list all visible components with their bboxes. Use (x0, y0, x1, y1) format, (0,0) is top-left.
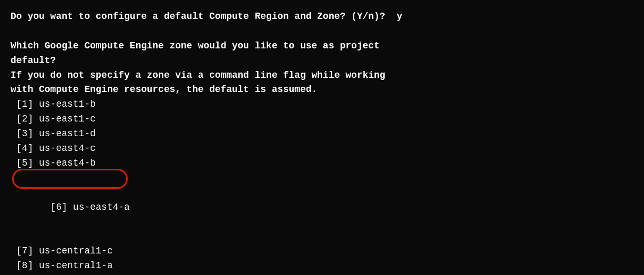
line-11: [5] us-east4-b (11, 156, 633, 171)
line-12: [6] us-east4-a (11, 171, 633, 244)
line-6: with Compute Engine resources, the defau… (11, 83, 633, 97)
line-9: [3] us-east1-d (11, 127, 633, 141)
line-5: If you do not specify a zone via a comma… (11, 68, 633, 83)
line-4: default? (11, 54, 633, 68)
line-8: [2] us-east1-c (11, 112, 633, 127)
line-10: [4] us-east4-c (11, 141, 633, 156)
circle-highlight (12, 169, 128, 189)
line-7: [1] us-east1-b (11, 97, 633, 112)
zone-6-text: [6] us-east4-a (50, 202, 130, 212)
line-2 (11, 24, 633, 39)
line-13: [7] us-central1-c (11, 244, 633, 259)
line-14: [8] us-central1-a (11, 259, 633, 273)
terminal-window: Do you want to configure a default Compu… (11, 9, 633, 266)
line-3: Which Google Compute Engine zone would y… (11, 39, 633, 54)
highlighted-zone: [6] us-east4-a (16, 171, 130, 230)
line-1: Do you want to configure a default Compu… (11, 9, 633, 24)
